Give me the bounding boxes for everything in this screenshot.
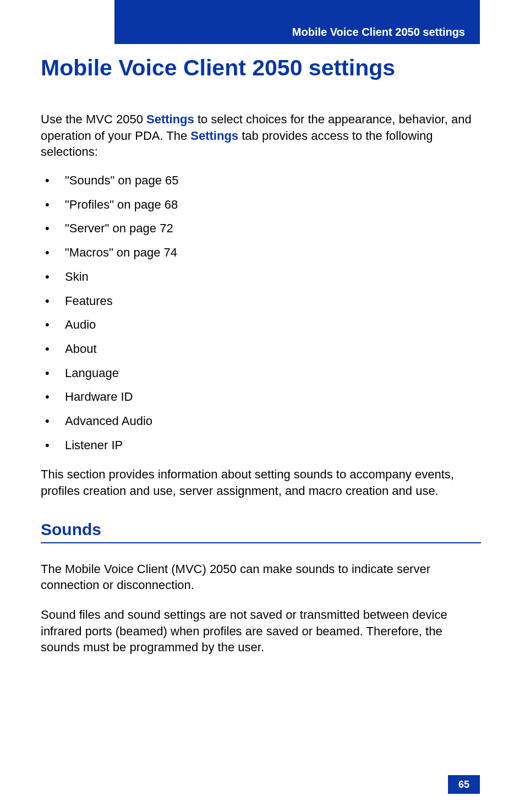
list-item: "Profiles" on page 68 xyxy=(41,197,481,213)
settings-list: "Sounds" on page 65 "Profiles" on page 6… xyxy=(41,172,481,453)
page-number-text: 65 xyxy=(458,779,469,791)
settings-keyword-2: Settings xyxy=(190,129,238,143)
list-item: Hardware ID xyxy=(41,389,481,405)
list-item: Listener IP xyxy=(41,437,481,454)
list-item: Language xyxy=(41,365,481,382)
page-header-title: Mobile Voice Client 2050 settings xyxy=(292,26,465,39)
list-item: "Server" on page 72 xyxy=(41,220,481,237)
sounds-para-1: The Mobile Voice Client (MVC) 2050 can m… xyxy=(41,561,481,593)
sounds-para-2: Sound files and sound settings are not s… xyxy=(41,607,481,656)
closing-paragraph: This section provides information about … xyxy=(41,466,481,499)
list-item: "Sounds" on page 65 xyxy=(41,172,481,189)
list-item: "Macros" on page 74 xyxy=(41,244,481,261)
page-content: Mobile Voice Client 2050 settings Use th… xyxy=(41,55,481,669)
list-item: Advanced Audio xyxy=(41,413,481,429)
list-item: Features xyxy=(41,293,481,309)
main-title: Mobile Voice Client 2050 settings xyxy=(41,55,481,81)
page-number: 65 xyxy=(448,775,480,794)
intro-paragraph: Use the MVC 2050 Settings to select choi… xyxy=(41,111,481,160)
list-item: Audio xyxy=(41,317,481,333)
list-item: About xyxy=(41,341,481,357)
settings-keyword-1: Settings xyxy=(146,112,194,126)
list-item: Skin xyxy=(41,269,481,285)
page-header-bar: Mobile Voice Client 2050 settings xyxy=(114,0,480,44)
intro-text-1: Use the MVC 2050 xyxy=(41,112,146,126)
sounds-heading: Sounds xyxy=(41,520,481,543)
